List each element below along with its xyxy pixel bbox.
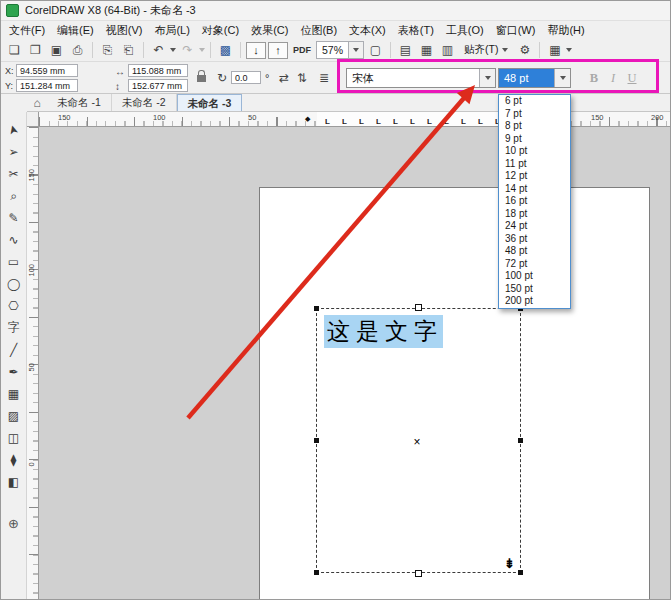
font-size-chevron-down-icon[interactable] bbox=[554, 69, 570, 87]
tab-stop-icon[interactable]: L bbox=[376, 118, 381, 126]
font-size-option[interactable]: 8 pt bbox=[499, 120, 570, 133]
copy-icon[interactable]: ⎘ bbox=[98, 41, 117, 59]
selection-handle[interactable] bbox=[518, 438, 523, 443]
home-icon[interactable]: ⌂ bbox=[27, 94, 47, 111]
text-tool[interactable]: 字 bbox=[3, 318, 25, 337]
menu-item-window[interactable]: 窗口(W) bbox=[490, 22, 542, 39]
font-size-option[interactable]: 18 pt bbox=[499, 208, 570, 221]
text-tab-zone[interactable]: L L L L L L L L L L L bbox=[317, 112, 509, 126]
lock-ratio-icon[interactable] bbox=[197, 75, 206, 82]
text-frame-top-handle[interactable] bbox=[415, 304, 422, 311]
crop-tool[interactable]: ✂ bbox=[3, 164, 25, 183]
menu-item-edit[interactable]: 编辑(E) bbox=[51, 22, 100, 39]
tab-stop-icon[interactable]: L bbox=[393, 118, 398, 126]
selected-text[interactable]: 这是文字 bbox=[324, 315, 443, 348]
menu-item-file[interactable]: 文件(F) bbox=[3, 22, 51, 39]
font-size-option[interactable]: 72 pt bbox=[499, 258, 570, 271]
object-width-field[interactable]: 115.088 mm bbox=[128, 64, 188, 77]
menu-item-tools[interactable]: 工具(O) bbox=[440, 22, 490, 39]
transparency-tool[interactable]: ▨ bbox=[3, 406, 25, 425]
tab-stop-icon[interactable]: L bbox=[427, 118, 432, 126]
font-size-option[interactable]: 10 pt bbox=[499, 145, 570, 158]
text-frame-bottom-handle[interactable] bbox=[415, 570, 422, 577]
publish-pdf-button[interactable]: PDF bbox=[290, 45, 314, 55]
menu-item-object[interactable]: 对象(C) bbox=[196, 22, 245, 39]
object-height-field[interactable]: 152.677 mm bbox=[128, 79, 188, 92]
graph-paper-tool[interactable]: ▦ bbox=[3, 384, 25, 403]
redo-icon[interactable]: ↷ bbox=[178, 41, 197, 59]
font-size-option[interactable]: 14 pt bbox=[499, 183, 570, 196]
vertical-ruler[interactable]: 150 100 50 0 bbox=[27, 127, 39, 600]
tab-stop-icon[interactable]: L bbox=[342, 118, 347, 126]
menu-item-table[interactable]: 表格(T) bbox=[392, 22, 440, 39]
menu-item-effects[interactable]: 效果(C) bbox=[245, 22, 294, 39]
document-tab-3-active[interactable]: 未命名 -3 bbox=[177, 94, 243, 111]
document-tab-1[interactable]: 未命名 -1 bbox=[47, 94, 112, 111]
menu-item-layout[interactable]: 布局(L) bbox=[148, 22, 195, 39]
menu-item-view[interactable]: 视图(V) bbox=[100, 22, 149, 39]
x-position-field[interactable]: 94.559 mm bbox=[16, 64, 78, 77]
selection-handle[interactable] bbox=[314, 570, 319, 575]
edit-text-icon[interactable]: ≣ bbox=[319, 71, 329, 85]
tab-stop-icon[interactable]: L bbox=[478, 118, 483, 126]
text-frame[interactable]: 这是文字 × ⇟ bbox=[316, 308, 521, 573]
interactive-fill-tool[interactable]: ◧ bbox=[3, 472, 25, 491]
artistic-media-tool[interactable]: ∿ bbox=[3, 230, 25, 249]
font-size-option[interactable]: 16 pt bbox=[499, 195, 570, 208]
tab-stop-icon[interactable]: L bbox=[325, 118, 330, 126]
app-launcher-icon[interactable]: ▦ bbox=[545, 41, 564, 59]
selection-handle[interactable] bbox=[314, 438, 319, 443]
show-guidelines-icon[interactable]: ▥ bbox=[438, 41, 457, 59]
show-rulers-icon[interactable]: ▤ bbox=[396, 41, 415, 59]
y-position-field[interactable]: 151.284 mm bbox=[16, 79, 78, 92]
export-icon[interactable]: ↑ bbox=[268, 42, 288, 59]
rectangle-tool[interactable]: ▭ bbox=[3, 252, 25, 271]
knife-tool[interactable]: ◫ bbox=[3, 428, 25, 447]
menu-item-help[interactable]: 帮助(H) bbox=[541, 22, 590, 39]
font-list-chevron-down-icon[interactable] bbox=[479, 69, 495, 87]
tab-stop-icon[interactable]: L bbox=[359, 118, 364, 126]
selection-handle[interactable] bbox=[518, 570, 523, 575]
open-icon[interactable]: ❐ bbox=[26, 41, 45, 59]
customize-toolbox-plus-icon[interactable]: ⊕ bbox=[3, 514, 25, 533]
show-grid-icon[interactable]: ▦ bbox=[417, 41, 436, 59]
font-size-option[interactable]: 12 pt bbox=[499, 170, 570, 183]
zoom-tool[interactable]: ⌕ bbox=[3, 186, 25, 205]
undo-chevron-down-icon[interactable] bbox=[170, 48, 176, 52]
rotation-angle-field[interactable]: 0.0 bbox=[231, 71, 261, 84]
options-gear-icon[interactable]: ⚙ bbox=[515, 41, 534, 59]
horizontal-ruler[interactable]: 150 100 50 L L L L L L L L L L L ◆ 100 1… bbox=[39, 112, 671, 127]
mirror-vertical-icon[interactable]: ⇅ bbox=[297, 71, 307, 85]
zoom-chevron-down-icon[interactable] bbox=[348, 42, 363, 58]
font-size-option[interactable]: 9 pt bbox=[499, 133, 570, 146]
document-tab-2[interactable]: 未命名 -2 bbox=[112, 94, 177, 111]
redo-chevron-down-icon[interactable] bbox=[199, 48, 205, 52]
indent-marker-icon[interactable]: ◆ bbox=[305, 115, 310, 123]
font-size-option[interactable]: 36 pt bbox=[499, 233, 570, 246]
freehand-tool[interactable]: ✎ bbox=[3, 208, 25, 227]
menu-item-text[interactable]: 文本(X) bbox=[343, 22, 392, 39]
font-size-option[interactable]: 7 pt bbox=[499, 108, 570, 121]
polygon-tool[interactable]: ⎔ bbox=[3, 296, 25, 315]
tab-stop-icon[interactable]: L bbox=[461, 118, 466, 126]
welcome-screen-icon[interactable]: ▩ bbox=[216, 41, 235, 59]
ruler-origin-corner[interactable] bbox=[27, 112, 39, 127]
undo-icon[interactable]: ↶ bbox=[149, 41, 168, 59]
font-size-option[interactable]: 48 pt bbox=[499, 245, 570, 258]
pick-tool[interactable]: ➤ bbox=[3, 120, 25, 139]
snap-to-dropdown[interactable]: 贴齐(T) bbox=[459, 43, 513, 57]
font-size-option[interactable]: 200 pt bbox=[499, 295, 570, 308]
tab-stop-icon[interactable]: L bbox=[410, 118, 415, 126]
font-size-combo[interactable]: 48 pt bbox=[498, 68, 571, 88]
bold-button[interactable]: B bbox=[585, 68, 603, 88]
font-size-option[interactable]: 150 pt bbox=[499, 283, 570, 296]
ellipse-tool[interactable]: ◯ bbox=[3, 274, 25, 293]
font-size-option[interactable]: 100 pt bbox=[499, 270, 570, 283]
pen-tool[interactable]: ✒ bbox=[3, 362, 25, 381]
paste-icon[interactable]: ⎗ bbox=[119, 41, 138, 59]
underline-button[interactable]: U bbox=[623, 68, 641, 88]
menu-item-bitmaps[interactable]: 位图(B) bbox=[294, 22, 343, 39]
dimension-tool[interactable]: ╱ bbox=[3, 340, 25, 359]
italic-button[interactable]: I bbox=[604, 68, 622, 88]
tab-stop-icon[interactable]: L bbox=[444, 118, 449, 126]
